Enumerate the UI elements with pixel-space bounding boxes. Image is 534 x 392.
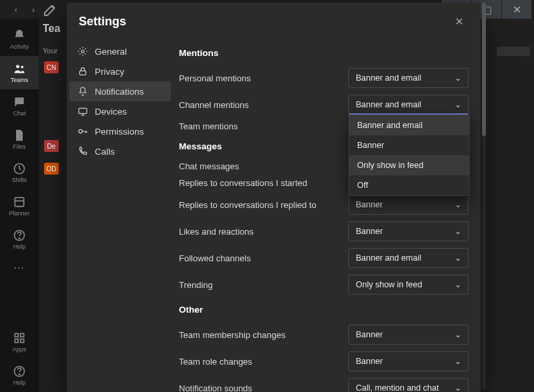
setting-label: Trending bbox=[179, 280, 213, 290]
rail-item-planner[interactable]: Planner bbox=[0, 189, 39, 223]
dropdown-option[interactable]: Off bbox=[349, 175, 469, 195]
left-nav-rail: Activity Teams Chat Files Shifts Planner… bbox=[0, 19, 39, 392]
dropdown-value: Banner and email bbox=[356, 253, 421, 263]
right-column-ghost bbox=[489, 20, 530, 380]
settings-content: Mentions Personal mentions Banner and em… bbox=[174, 37, 481, 392]
chevron-down-icon: ⌄ bbox=[455, 73, 461, 83]
svg-point-11 bbox=[19, 374, 19, 375]
section-heading-mentions: Mentions bbox=[179, 48, 469, 58]
rail-item-shifts[interactable]: Shifts bbox=[0, 156, 39, 189]
setting-row-role: Team role changes Banner ⌄ bbox=[179, 348, 469, 375]
rail-item-activity[interactable]: Activity bbox=[0, 23, 39, 56]
rail-item-help-bottom[interactable]: Help bbox=[0, 359, 39, 392]
category-notifications[interactable]: Notifications bbox=[69, 81, 171, 101]
svg-point-15 bbox=[79, 129, 82, 133]
setting-label: Replies to conversations I replied to bbox=[179, 200, 316, 210]
modal-scroll-thumb[interactable] bbox=[482, 3, 486, 136]
rail-label: Help bbox=[13, 379, 26, 386]
dropdown-option[interactable]: Only show in feed bbox=[349, 155, 469, 175]
setting-row-channel-mentions: Channel mentions Banner and email ⌄ Bann… bbox=[179, 91, 469, 118]
dropdown-option[interactable]: Banner bbox=[349, 135, 469, 155]
chevron-down-icon: ⌄ bbox=[455, 383, 461, 392]
team-avatar-chip: CN bbox=[44, 61, 59, 73]
setting-label: Likes and reactions bbox=[179, 227, 254, 237]
rail-label: Help bbox=[13, 243, 26, 250]
dropdown-value: Only show in feed bbox=[356, 280, 422, 289]
nav-back-button[interactable]: ‹ bbox=[8, 2, 24, 17]
dropdown-membership[interactable]: Banner ⌄ bbox=[348, 325, 469, 345]
setting-label: Followed channels bbox=[179, 253, 251, 263]
rail-item-files[interactable]: Files bbox=[0, 123, 39, 156]
setting-label: Channel mentions bbox=[179, 100, 249, 110]
dropdown-value: Banner bbox=[356, 330, 382, 339]
category-permissions[interactable]: Permissions bbox=[69, 121, 171, 141]
svg-point-1 bbox=[21, 66, 23, 69]
category-devices[interactable]: Devices bbox=[69, 101, 171, 121]
rail-item-teams[interactable]: Teams bbox=[0, 56, 39, 89]
settings-modal: Settings General Privacy Notifications D… bbox=[67, 3, 481, 392]
section-heading-other: Other bbox=[179, 305, 469, 315]
category-label: General bbox=[95, 47, 127, 57]
svg-rect-8 bbox=[15, 339, 18, 343]
dropdown-menu: Banner and email Banner Only show in fee… bbox=[348, 115, 470, 196]
chevron-down-icon: ⌄ bbox=[455, 357, 461, 366]
setting-row-followed: Followed channels Banner and email ⌄ bbox=[179, 245, 469, 271]
dropdown-trending[interactable]: Only show in feed ⌄ bbox=[348, 275, 469, 295]
chevron-down-icon: ⌄ bbox=[455, 100, 461, 109]
rail-item-help-top[interactable]: Help bbox=[0, 223, 39, 256]
svg-rect-9 bbox=[21, 339, 24, 343]
chevron-down-icon: ⌄ bbox=[455, 280, 461, 289]
setting-label: Team role changes bbox=[179, 357, 252, 367]
category-label: Privacy bbox=[95, 67, 124, 77]
setting-label: Chat messages bbox=[179, 161, 239, 171]
dropdown-sounds[interactable]: Call, mention and chat ⌄ bbox=[348, 378, 469, 392]
team-avatar-chip: De bbox=[44, 140, 59, 152]
team-avatar-chip: OD bbox=[44, 163, 59, 175]
chevron-down-icon: ⌄ bbox=[455, 330, 461, 339]
svg-point-0 bbox=[16, 65, 19, 68]
rail-label: Chat bbox=[13, 110, 25, 117]
setting-row-sounds: Notification sounds Call, mention and ch… bbox=[179, 375, 469, 392]
column-header-ghost: Tea bbox=[43, 23, 69, 35]
setting-label: Notification sounds bbox=[179, 383, 252, 393]
svg-point-5 bbox=[19, 238, 19, 239]
category-general[interactable]: General bbox=[69, 41, 171, 61]
setting-label: Replies to conversations I started bbox=[179, 178, 307, 188]
nav-forward-button[interactable]: › bbox=[25, 2, 41, 17]
svg-rect-7 bbox=[21, 333, 24, 337]
dropdown-role[interactable]: Banner ⌄ bbox=[348, 351, 469, 371]
dropdown-value: Call, mention and chat bbox=[356, 383, 439, 392]
window-close-button[interactable]: ✕ bbox=[502, 0, 531, 19]
dropdown-likes[interactable]: Banner ⌄ bbox=[348, 221, 469, 241]
modal-header: Settings bbox=[67, 3, 481, 37]
rail-overflow-button[interactable]: ⋯ bbox=[13, 256, 25, 279]
chevron-down-icon: ⌄ bbox=[455, 227, 461, 236]
chevron-down-icon: ⌄ bbox=[455, 200, 461, 209]
svg-rect-6 bbox=[15, 333, 18, 337]
setting-label: Team membership changes bbox=[179, 330, 286, 340]
rail-label: Activity bbox=[10, 43, 29, 50]
rail-item-apps[interactable]: Apps bbox=[0, 325, 39, 359]
dropdown-option[interactable]: Banner and email bbox=[349, 115, 469, 135]
setting-row-personal-mentions: Personal mentions Banner and email ⌄ bbox=[179, 65, 469, 91]
dropdown-value: Banner and email bbox=[356, 73, 421, 83]
dropdown-replies-replied[interactable]: Banner ⌄ bbox=[348, 195, 469, 215]
settings-category-list: General Privacy Notifications Devices Pe… bbox=[67, 37, 174, 392]
category-privacy[interactable]: Privacy bbox=[69, 61, 171, 81]
dropdown-value: Banner bbox=[356, 227, 382, 236]
column-sub-ghost: Your bbox=[43, 47, 57, 55]
svg-rect-13 bbox=[79, 71, 85, 75]
category-label: Devices bbox=[95, 107, 127, 117]
dropdown-channel-mentions[interactable]: Banner and email ⌄ Banner and email Bann… bbox=[348, 95, 469, 115]
dropdown-followed[interactable]: Banner and email ⌄ bbox=[348, 248, 469, 268]
dropdown-personal-mentions[interactable]: Banner and email ⌄ bbox=[348, 68, 469, 88]
setting-row-membership: Team membership changes Banner ⌄ bbox=[179, 321, 469, 348]
rail-label: Shifts bbox=[12, 177, 27, 183]
setting-row-trending: Trending Only show in feed ⌄ bbox=[179, 271, 469, 298]
rail-label: Teams bbox=[11, 77, 29, 83]
modal-close-button[interactable] bbox=[450, 12, 469, 31]
compose-button[interactable] bbox=[43, 2, 59, 17]
rail-item-chat[interactable]: Chat bbox=[0, 89, 39, 123]
category-calls[interactable]: Calls bbox=[69, 141, 171, 161]
setting-row-likes: Likes and reactions Banner ⌄ bbox=[179, 218, 469, 245]
